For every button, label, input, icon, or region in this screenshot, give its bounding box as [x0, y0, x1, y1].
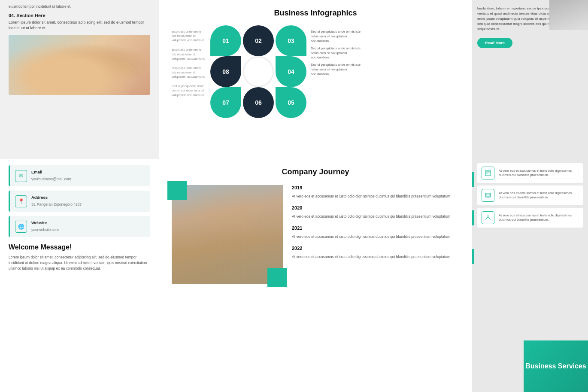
text-section-3: Sed ut perspiciatis unde omnis istenatus…: [311, 63, 459, 77]
accent-bar-2: [472, 210, 474, 225]
petal-04: 04: [276, 56, 306, 87]
contact-email: ✉ Email yourbusiness@mail.com: [9, 165, 150, 186]
petal-01-label: 01: [222, 37, 229, 44]
petal-center-row: 08 04: [210, 56, 306, 87]
right-text-sections: Sed ut perspiciatis unde omnis istenatus…: [311, 25, 459, 118]
petal-row-3: 07 06 05: [210, 87, 306, 118]
text-section-1: Sed ut perspiciatis unde omnis istenatus…: [311, 30, 459, 44]
website-value: yourwebsite.com: [31, 228, 59, 232]
svg-rect-7: [486, 194, 490, 196]
email-label: Email: [31, 170, 71, 174]
journey-content: 2019 At vero eos et accusamus et iusto o…: [172, 185, 459, 284]
petal-04-label: 04: [288, 68, 294, 75]
left-text-3: erspiciatis unde omnis iste natus error …: [172, 66, 206, 79]
infographics-title: Business Infographics: [172, 9, 459, 18]
accent-bar-3: [472, 249, 474, 264]
petal-01: 01: [210, 25, 241, 56]
journey-photo: [172, 185, 283, 284]
email-info: Email yourbusiness@mail.com: [31, 170, 71, 182]
text-section-2: Sed ut perspiciatis unde omnis istenatus…: [311, 46, 459, 61]
laptop-inner: [549, 0, 588, 30]
petal-03: 03: [276, 25, 306, 56]
text-2022: At vero eos et accusamus et iusto odio d…: [292, 255, 450, 259]
top-left-slide: eiusmod tempor incididunt ut labore et. …: [0, 0, 159, 159]
left-text-1: erspiciatis unde omnis iste natus error …: [172, 30, 206, 43]
website-label: Website: [31, 220, 59, 225]
left-text-col: erspiciatis unde omnis iste natus error …: [172, 25, 206, 118]
timeline-2019: 2019 At vero eos et accusamus et iusto o…: [292, 185, 459, 199]
petal-center: [243, 56, 274, 87]
service-icon-2: [482, 189, 494, 202]
service-text-2: At vero eos et accusamus et iusto odio d…: [499, 191, 579, 200]
top-right-slide: laudantium, totam rem aperiam, eaque ips…: [472, 0, 588, 159]
section-04-text: Lorem ipsum dolor sit amet, consectetur …: [9, 20, 150, 31]
service-text-3: At vero eos et accusamus et iusto odio d…: [499, 213, 579, 222]
email-value: yourbusiness@mail.com: [31, 177, 71, 181]
top-middle-slide: Business Infographics erspiciatis unde o…: [159, 0, 472, 159]
email-icon: ✉: [15, 170, 27, 182]
teal-square-topleft: [167, 181, 187, 200]
address-icon: 📍: [15, 195, 27, 207]
teal-square-bottomright: [267, 268, 287, 287]
journey-timeline: 2019 At vero eos et accusamus et iusto o…: [292, 185, 459, 266]
address-info: Address St. Pangeran Diponegoro 4237: [31, 195, 82, 207]
year-2019: 2019: [292, 185, 459, 190]
business-services-banner: Business Services: [524, 340, 588, 392]
business-services-title: Business Services: [525, 362, 586, 370]
petal-07-label: 07: [222, 99, 229, 106]
section-04-header: 04. Section Here: [9, 13, 150, 18]
petal-02: 02: [243, 25, 274, 56]
timeline-2020: 2020 At vero eos et accusamus et iusto o…: [292, 205, 459, 219]
text-2019: At vero eos et accusamus et iusto odio d…: [292, 194, 450, 198]
welcome-text: Lorem ipsum dolor sit amet, consectetur …: [9, 255, 150, 271]
petal-06-label: 06: [255, 99, 262, 106]
text-2020: At vero eos et accusamus et iusto odio d…: [292, 214, 450, 219]
read-more-button[interactable]: Read More: [477, 38, 512, 48]
petal-08-label: 08: [222, 68, 229, 75]
bottom-right-slide: At vero eos et accusamus et iusto odio d…: [472, 159, 588, 392]
address-label: Address: [31, 195, 82, 200]
partial-text-top: eiusmod tempor incididunt ut labore et.: [9, 4, 150, 9]
welcome-title: Welcome Message!: [9, 243, 150, 251]
petal-02-label: 02: [255, 37, 262, 44]
journey-title: Company Journey: [172, 167, 459, 176]
hand-iv-illustration: [9, 35, 150, 95]
petal-grid: 01 02 03 08 04 07 06 05: [210, 25, 306, 118]
service-icon-1: [482, 167, 494, 179]
slides-container: eiusmod tempor incididunt ut labore et. …: [0, 0, 588, 392]
petal-05-label: 05: [288, 99, 294, 106]
contact-website: 🌐 Website yourwebsite.com: [9, 216, 150, 237]
laptop-image: [549, 0, 588, 30]
petal-05: 05: [276, 87, 306, 118]
year-2021: 2021: [292, 225, 459, 231]
left-text-4: Sed ut perspiciatis unde omnis iste natu…: [172, 84, 206, 97]
text-2021: At vero eos et accusamus et iusto odio d…: [292, 234, 450, 239]
year-2022: 2022: [292, 246, 459, 251]
service-text-1: At vero eos et accusamus et iusto odio d…: [499, 169, 579, 178]
service-item-1: At vero eos et accusamus et iusto odio d…: [477, 163, 583, 183]
coat-overlay: [172, 225, 283, 284]
timeline-2022: 2022 At vero eos et accusamus et iusto o…: [292, 246, 459, 260]
welcome-section: Welcome Message! Lorem ipsum dolor sit a…: [9, 243, 150, 271]
service-icon-3: [482, 211, 494, 224]
bottom-left-slide: ✉ Email yourbusiness@mail.com 📍 Address …: [0, 159, 159, 392]
journey-image-wrap: [172, 185, 283, 284]
contact-list: ✉ Email yourbusiness@mail.com 📍 Address …: [9, 165, 150, 237]
petal-row-1: 01 02 03: [210, 25, 306, 56]
address-value: St. Pangeran Diponegoro 4237: [31, 202, 82, 207]
accent-bar-1: [472, 172, 474, 187]
medical-image: [9, 35, 150, 95]
petal-07: 07: [210, 87, 241, 118]
infographics-inner: erspiciatis unde omnis iste natus error …: [172, 25, 459, 118]
service-item-2: At vero eos et accusamus et iusto odio d…: [477, 185, 583, 205]
petal-06: 06: [243, 87, 274, 118]
year-2020: 2020: [292, 205, 459, 210]
timeline-2021: 2021 At vero eos et accusamus et iusto o…: [292, 225, 459, 240]
contact-address: 📍 Address St. Pangeran Diponegoro 4237: [9, 191, 150, 212]
website-info: Website yourwebsite.com: [31, 220, 59, 233]
bottom-middle-slide: Company Journey 2019 At vero eos et accu…: [159, 159, 472, 392]
service-item-3: At vero eos et accusamus et iusto odio d…: [477, 208, 583, 228]
petal-03-label: 03: [288, 37, 294, 44]
petal-08: 08: [210, 56, 241, 87]
left-text-2: erspiciatis unde omnis iste natus error …: [172, 48, 206, 61]
